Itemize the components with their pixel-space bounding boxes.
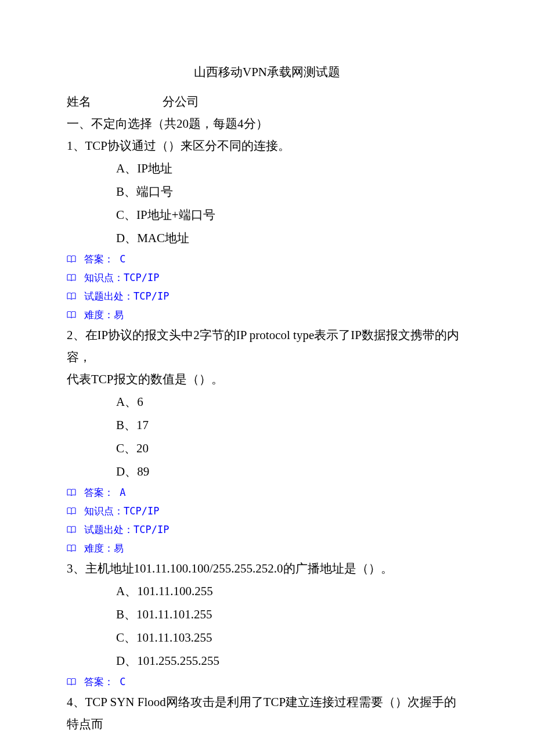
option-a: A、6 [116,390,467,413]
book-icon [67,293,76,300]
branch-label: 分公司 [163,91,199,113]
question-stem: 3、主机地址101.11.100.100/255.255.252.0的广播地址是… [67,557,467,579]
document-title: 山西移动VPN承载网测试题 [67,64,467,80]
answer-line: 答案： A [67,483,467,502]
document-page: 山西移动VPN承载网测试题 姓名 分公司 一、不定向选择（共20题，每题4分） … [0,0,534,756]
book-icon [67,255,76,263]
book-icon [67,545,76,552]
difficulty-text: 难度：易 [84,305,124,324]
source-line: 试题出处：TCP/IP [67,520,467,539]
option-a: A、101.11.100.255 [116,579,467,603]
knowledge-text: 知识点：TCP/IP [84,268,159,287]
book-icon [67,274,76,282]
knowledge-line: 知识点：TCP/IP [67,502,467,520]
name-label: 姓名 [67,91,163,113]
option-d: D、101.255.255.255 [116,649,467,672]
answer-text: 答案： A [84,483,125,502]
source-text: 试题出处：TCP/IP [84,520,169,539]
difficulty-line: 难度：易 [67,305,467,324]
header-row: 姓名 分公司 [67,91,467,113]
question-stem: 1、TCP协议通过（）来区分不同的连接。 [67,135,467,157]
option-b: B、17 [116,413,467,437]
source-text: 试题出处：TCP/IP [84,287,169,305]
option-c: C、20 [116,437,467,460]
answer-line: 答案： C [67,672,467,691]
difficulty-text: 难度：易 [84,539,124,557]
option-c: C、101.11.103.255 [116,626,467,649]
answer-text: 答案： C [84,672,125,691]
option-list: A、IP地址 B、端口号 C、IP地址+端口号 D、MAC地址 [116,157,467,250]
book-icon [67,489,76,496]
knowledge-text: 知识点：TCP/IP [84,502,159,520]
source-line: 试题出处：TCP/IP [67,287,467,305]
book-icon [67,678,76,686]
book-icon [67,526,76,534]
question-stem: 2、在IP协议的报文头中2字节的IP protocol type表示了IP数据报… [67,324,467,368]
question-stem: 4、TCP SYN Flood网络攻击是利用了TCP建立连接过程需要（）次握手的… [67,691,467,735]
option-a: A、IP地址 [116,157,467,180]
answer-text: 答案： C [84,250,125,268]
section-heading: 一、不定向选择（共20题，每题4分） [67,113,467,135]
option-list: A、101.11.100.255 B、101.11.101.255 C、101.… [116,579,467,672]
option-b: B、101.11.101.255 [116,603,467,626]
option-d: D、89 [116,460,467,483]
answer-line: 答案： C [67,250,467,268]
option-list: A、6 B、17 C、20 D、89 [116,390,467,483]
option-d: D、MAC地址 [116,226,467,250]
book-icon [67,507,76,515]
option-c: C、IP地址+端口号 [116,203,467,226]
difficulty-line: 难度：易 [67,539,467,557]
option-b: B、端口号 [116,180,467,203]
book-icon [67,311,76,319]
knowledge-line: 知识点：TCP/IP [67,268,467,287]
question-stem-cont: 代表TCP报文的数值是（）。 [67,368,467,390]
